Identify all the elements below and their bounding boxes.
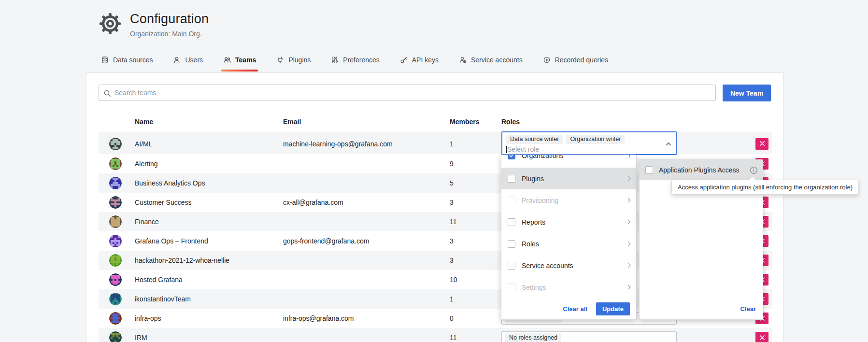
role-group-item-reports[interactable]: Reports — [501, 211, 636, 233]
chevron-right-icon — [626, 242, 631, 246]
team-name[interactable]: IRM — [135, 334, 283, 342]
tab-teams[interactable]: Teams — [221, 53, 258, 71]
group-label: Organizations — [522, 155, 563, 159]
team-avatar — [109, 215, 122, 228]
teams-toolbar: New Team — [99, 85, 771, 101]
team-members: 3 — [450, 256, 501, 264]
team-name[interactable]: ikonstantinovTeam — [135, 295, 283, 303]
update-button[interactable]: Update — [596, 302, 630, 315]
team-members: 1 — [450, 140, 501, 148]
team-members: 0 — [450, 314, 501, 322]
team-name[interactable]: Business Analytics Ops — [135, 179, 283, 187]
config-tabs: Data sourcesUsersTeamsPluginsPreferences… — [99, 53, 610, 71]
team-avatar — [109, 331, 122, 342]
close-icon — [760, 140, 765, 147]
team-members: 5 — [450, 179, 501, 187]
role-select[interactable]: No roles assigned — [501, 331, 677, 342]
team-name[interactable]: Finance — [135, 218, 283, 226]
team-members: 3 — [450, 199, 501, 206]
tab-users[interactable]: Users — [171, 53, 205, 71]
team-name[interactable]: hackathon-2021-12-whoa-nellie — [135, 256, 283, 264]
role-picker[interactable]: Data source writer Organization writer S… — [501, 131, 677, 155]
table-header: Name Email Members Roles — [99, 111, 772, 132]
team-name[interactable]: Grafana Ops – Frontend — [135, 237, 283, 245]
tab-plugins[interactable]: Plugins — [274, 53, 313, 71]
database-icon — [101, 56, 109, 64]
search-box — [99, 85, 716, 101]
tab-service-accounts[interactable]: Service accounts — [457, 53, 525, 71]
group-checkbox[interactable] — [508, 218, 515, 226]
tooltip: Access application plugins (still enforc… — [671, 180, 859, 195]
tab-recorded-queries[interactable]: Recorded queries — [541, 53, 611, 71]
role-group-item-organizations[interactable]: Organizations — [501, 155, 636, 168]
search-input[interactable] — [114, 85, 713, 100]
team-email: infra-ops@grafana.com — [283, 314, 450, 322]
remove-team-button[interactable] — [755, 138, 768, 150]
team-avatar — [109, 235, 122, 247]
submenu-item-application-plugins-access[interactable]: Application Plugins Access — [640, 160, 763, 180]
group-checkbox — [508, 197, 515, 204]
team-avatar — [109, 312, 122, 325]
tab-preferences[interactable]: Preferences — [329, 53, 381, 71]
group-checkbox[interactable] — [508, 262, 515, 270]
team-name[interactable]: AI/ML — [135, 140, 283, 148]
team-avatar — [109, 177, 122, 189]
table-row-ai-ml: AI/MLmachine-learning-ops@grafana.com1 D… — [99, 132, 772, 154]
chevron-right-icon — [626, 220, 631, 225]
team-avatar — [109, 138, 122, 150]
clear-all-button[interactable]: Clear all — [563, 305, 587, 313]
table-row-irm: IRM11 No roles assigned — [99, 328, 772, 342]
role-picker-placeholder[interactable]: Select role — [507, 145, 539, 153]
clear-button[interactable]: Clear — [740, 305, 756, 313]
record-icon — [543, 56, 551, 64]
team-email: cx-all@grafana.com — [283, 199, 450, 206]
chevron-right-icon — [626, 176, 631, 181]
role-dropdown: OrganizationsPluginsProvisioningReportsR… — [501, 155, 637, 320]
new-team-button[interactable]: New Team — [723, 85, 771, 101]
column-header-members: Members — [450, 118, 501, 126]
group-checkbox[interactable] — [508, 175, 515, 183]
team-avatar — [109, 196, 122, 209]
chevron-right-icon — [626, 155, 630, 157]
role-badges: Data source writer Organization writer — [506, 135, 663, 144]
gear-icon — [99, 13, 121, 35]
group-checkbox — [508, 284, 515, 291]
tab-label: Users — [185, 56, 203, 64]
tab-label: Recorded queries — [555, 56, 609, 64]
role-group-item-roles[interactable]: Roles — [501, 233, 636, 255]
team-email: machine-learning-ops@grafana.com — [283, 140, 450, 148]
team-members: 10 — [450, 276, 501, 284]
tab-label: API keys — [412, 56, 439, 64]
group-label: Settings — [522, 284, 546, 291]
role-badge: Organization writer — [566, 135, 625, 144]
team-name[interactable]: infra-ops — [135, 314, 283, 322]
sliders-icon — [331, 56, 339, 64]
group-checkbox[interactable] — [508, 155, 515, 159]
remove-team-button[interactable] — [755, 332, 768, 342]
team-name[interactable]: Alerting — [135, 160, 283, 168]
team-name[interactable]: Customer Success — [135, 199, 283, 206]
chevron-up-icon[interactable] — [666, 142, 671, 146]
close-icon — [760, 334, 765, 342]
submenu-item-label: Application Plugins Access — [659, 166, 740, 174]
group-label: Roles — [522, 240, 539, 248]
role-badge: Data source writer — [506, 135, 563, 144]
page-header: Configuration Organization: Main Org. — [99, 12, 209, 38]
tab-api-keys[interactable]: API keys — [398, 53, 441, 71]
application-plugins-access-checkbox[interactable] — [645, 166, 653, 174]
tooltip-text: Access application plugins (still enforc… — [678, 184, 853, 191]
team-name[interactable]: Hosted Grafana — [135, 276, 283, 284]
group-checkbox[interactable] — [508, 240, 515, 248]
info-icon[interactable] — [750, 166, 758, 174]
team-avatar — [109, 293, 122, 305]
column-header-roles: Roles — [501, 118, 744, 126]
role-group-item-service-accounts[interactable]: Service accounts — [501, 255, 636, 276]
tab-data-sources[interactable]: Data sources — [99, 53, 155, 71]
configuration-page: Configuration Organization: Main Org. Da… — [0, 0, 868, 342]
search-icon — [103, 89, 111, 97]
tab-label: Preferences — [343, 56, 379, 64]
team-members: 11 — [450, 218, 501, 226]
tab-label: Data sources — [113, 56, 153, 64]
role-group-item-plugins[interactable]: Plugins — [501, 168, 636, 189]
team-members: 9 — [450, 160, 501, 168]
